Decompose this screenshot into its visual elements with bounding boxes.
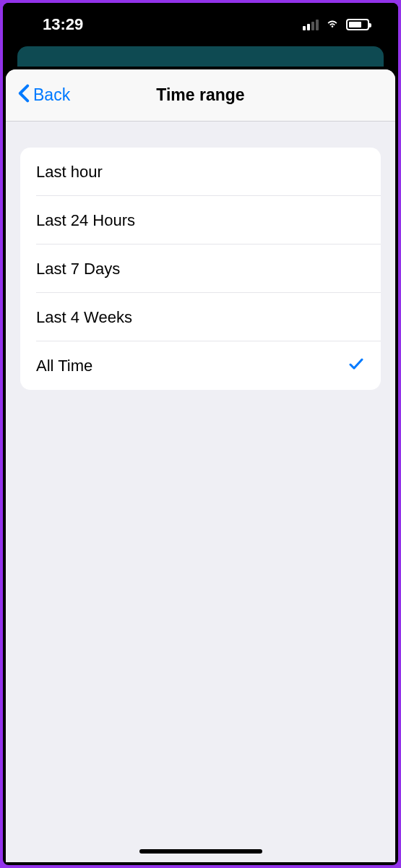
battery-icon <box>346 19 369 30</box>
time-range-list: Last hourLast 24 HoursLast 7 DaysLast 4 … <box>20 148 381 390</box>
time-range-option[interactable]: Last 4 Weeks <box>20 293 381 341</box>
option-label: All Time <box>36 357 92 375</box>
option-label: Last 7 Days <box>36 260 120 278</box>
modal-sheet: Back Time range Last hourLast 24 HoursLa… <box>6 69 395 862</box>
chevron-left-icon <box>17 84 30 107</box>
status-icons <box>303 15 369 34</box>
time-range-option[interactable]: Last hour <box>20 148 381 196</box>
time-range-option[interactable]: All Time <box>20 341 381 390</box>
status-time: 13:29 <box>43 15 83 34</box>
content-area: Last hourLast 24 HoursLast 7 DaysLast 4 … <box>6 122 395 416</box>
time-range-option[interactable]: Last 24 Hours <box>20 196 381 244</box>
back-button[interactable]: Back <box>13 81 74 110</box>
background-strip <box>17 46 384 67</box>
status-bar: 13:29 <box>3 3 398 46</box>
home-indicator[interactable] <box>139 849 262 854</box>
option-label: Last hour <box>36 163 103 182</box>
nav-bar: Back Time range <box>6 69 395 122</box>
option-label: Last 24 Hours <box>36 211 135 230</box>
cellular-signal-icon <box>303 20 319 30</box>
device-frame: 13:29 Back Time range <box>3 3 398 865</box>
time-range-option[interactable]: Last 7 Days <box>20 244 381 293</box>
wifi-icon <box>324 15 340 34</box>
back-label: Back <box>33 85 70 105</box>
option-label: Last 4 Weeks <box>36 308 132 327</box>
checkmark-icon <box>348 355 365 377</box>
